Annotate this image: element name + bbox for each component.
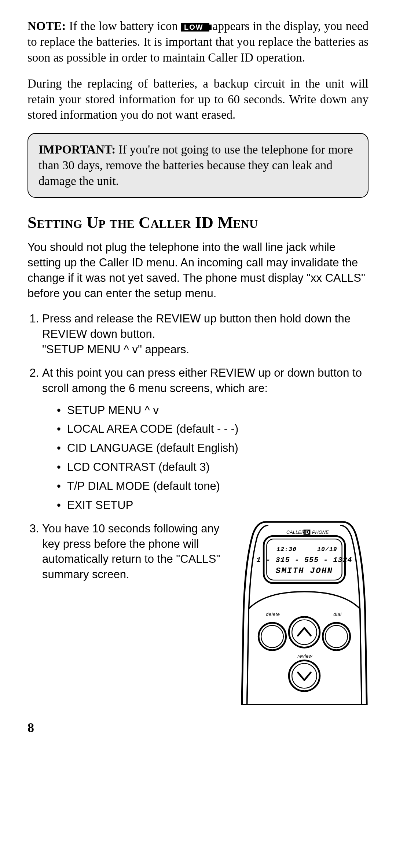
note-text-before: If the low battery icon: [66, 19, 182, 33]
brand-id: ID: [304, 529, 309, 535]
menu-screens-list: SETUP MENU ^ v LOCAL AREA CODE (default …: [42, 403, 368, 513]
step-2-intro: At this point you can press either REVIE…: [42, 366, 362, 395]
menu-item: LOCAL AREA CODE (default - - -): [57, 421, 368, 437]
svg-point-3: [261, 625, 283, 648]
menu-item: EXIT SETUP: [57, 498, 368, 513]
svg-point-6: [292, 663, 317, 688]
menu-item: SETUP MENU ^ v: [57, 403, 368, 418]
dial-label: dial: [333, 612, 342, 617]
section-heading: Setting Up the Caller ID Menu: [27, 213, 368, 232]
review-label: review: [297, 653, 312, 659]
manual-page: NOTE: If the low battery icon LOW appear…: [0, 0, 396, 750]
step-1-line-b: "SETUP MENU ^ v" appears.: [42, 343, 189, 356]
backup-paragraph: During the replacing of batteries, a bac…: [27, 76, 368, 123]
svg-point-5: [292, 620, 317, 644]
step-3: You have 10 seconds following any key pr…: [42, 521, 368, 709]
intro-paragraph: You should not plug the telephone into t…: [27, 240, 368, 301]
svg-point-4: [325, 625, 348, 648]
important-callout: IMPORTANT: If you're not going to use th…: [27, 133, 368, 198]
menu-item: CID LANGUAGE (default English): [57, 440, 368, 456]
lcd-name: SMITH JOHN: [276, 566, 333, 576]
phone-illustration: CALLER ID PHONE 12:30 10/19 1 - 315 - 55…: [240, 521, 368, 709]
delete-label: delete: [266, 612, 280, 617]
step-3-text: You have 10 seconds following any key pr…: [42, 521, 233, 582]
note-label: NOTE:: [27, 19, 66, 33]
step-1-line-a: Press and release the REVIEW up button t…: [42, 312, 351, 340]
menu-item: T/P DIAL MODE (default tone): [57, 479, 368, 494]
menu-item: LCD CONTRAST (default 3): [57, 459, 368, 475]
lcd-date: 10/19: [317, 546, 337, 553]
brand-phone: PHONE: [312, 529, 329, 535]
step-2: At this point you can press either REVIE…: [42, 365, 368, 513]
lcd-time: 12:30: [276, 546, 297, 553]
page-number: 8: [27, 720, 368, 735]
setup-steps-list: Press and release the REVIEW up button t…: [27, 311, 368, 709]
note-paragraph: NOTE: If the low battery icon LOW appear…: [27, 18, 368, 66]
important-label: IMPORTANT:: [38, 143, 115, 156]
brand-caller: CALLER: [286, 529, 305, 535]
lcd-number: 1 - 315 - 555 - 1324: [256, 556, 352, 564]
low-battery-icon: LOW: [181, 23, 209, 32]
step-1: Press and release the REVIEW up button t…: [42, 311, 368, 357]
